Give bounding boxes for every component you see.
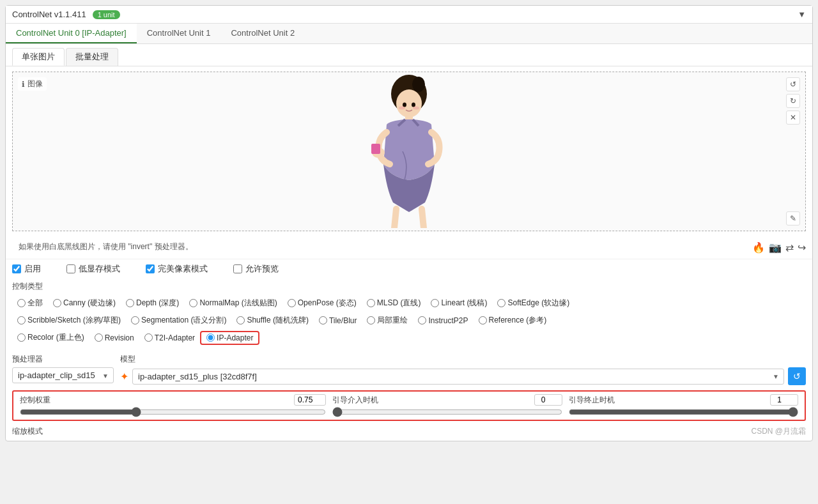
bottom-action-icons: 🔥 📷 ⇄ ↪	[752, 241, 806, 254]
lowvram-label: 低显存模式	[79, 263, 120, 275]
model-refresh-button[interactable]: ↺	[788, 367, 806, 385]
svg-point-1	[396, 89, 422, 118]
image-upload-area[interactable]: ℹ 图像	[12, 72, 806, 231]
redo-button[interactable]: ↻	[786, 94, 800, 108]
control-weight-header: 控制权重	[20, 394, 326, 406]
tab-unit0[interactable]: ControlNet Unit 0 [IP-Adapter]	[6, 24, 137, 43]
info-icon: ℹ	[22, 80, 25, 89]
main-tabs: ControlNet Unit 0 [IP-Adapter] ControlNe…	[6, 24, 812, 44]
image-label-text: 图像	[27, 79, 43, 89]
enable-checkbox[interactable]	[12, 264, 21, 273]
preprocessor-model-row: 预处理器 ip-adapter_clip_sd15 模型 ✦ ip-adapte…	[6, 350, 812, 388]
app-title: ControlNet v1.1.411	[12, 10, 86, 19]
svg-point-2	[412, 77, 425, 92]
close-image-button[interactable]: ✕	[786, 111, 800, 125]
radio-depth[interactable]: Depth (深度)	[121, 296, 184, 310]
guidance-end-label: 引导终止时机	[569, 395, 615, 406]
subtab-batch[interactable]: 批量处理	[66, 48, 118, 66]
radio-normalmap[interactable]: NormalMap (法线贴图)	[184, 296, 282, 310]
watermark-label: CSDN @月流霜	[751, 426, 806, 437]
radio-segmentation[interactable]: Segmentation (语义分割)	[126, 313, 231, 328]
guidance-start-value[interactable]	[534, 394, 562, 406]
control-type-row2: Scribble/Sketch (涂鸦/草图) Segmentation (语义…	[12, 313, 806, 328]
send-left-icon[interactable]: ⇄	[785, 241, 794, 254]
radio-canny[interactable]: Canny (硬边缘)	[48, 296, 121, 310]
guidance-start-slider[interactable]	[332, 407, 562, 417]
preview-label: 允许预览	[245, 263, 279, 275]
send-right-icon[interactable]: ↪	[798, 241, 806, 254]
radio-mlsd[interactable]: MLSD (直线)	[362, 296, 426, 310]
model-label: 模型	[120, 354, 806, 365]
guidance-start-group: 引导介入时机	[332, 394, 562, 417]
image-label: ℹ 图像	[18, 77, 47, 91]
title-bar-left: ControlNet v1.1.411 1 unit	[12, 10, 120, 19]
undo-button[interactable]: ↺	[786, 77, 800, 91]
dropdown-arrow-icon[interactable]: ▼	[798, 10, 806, 19]
radio-shuffle[interactable]: Shuffle (随机洗牌)	[231, 313, 313, 328]
guidance-end-header: 引导终止时机	[569, 394, 798, 406]
control-type-label: 控制类型	[6, 279, 812, 293]
radio-all[interactable]: 全部	[12, 296, 48, 310]
guidance-start-header: 引导介入时机	[332, 394, 562, 406]
model-select-wrapper: ip-adapter_sd15_plus [32cd8f7f]	[132, 369, 784, 385]
radio-openpose[interactable]: OpenPose (姿态)	[282, 296, 362, 310]
preview-checkbox[interactable]	[233, 264, 242, 273]
preprocessor-select-wrapper: ip-adapter_clip_sd15	[12, 367, 114, 383]
guidance-start-label: 引导介入时机	[332, 395, 378, 406]
star-icon: ✦	[120, 370, 128, 383]
control-weight-slider[interactable]	[20, 407, 326, 417]
guidance-end-value[interactable]	[770, 394, 798, 406]
controlnet-panel: ControlNet v1.1.411 1 unit ▼ ControlNet …	[5, 5, 813, 441]
radio-revision[interactable]: Revision	[89, 332, 139, 344]
svg-rect-5	[371, 144, 380, 154]
enable-checkbox-item[interactable]: 启用	[12, 263, 41, 275]
tab-unit2[interactable]: ControlNet Unit 2	[220, 24, 305, 43]
control-types: 全部 Canny (硬边缘) Depth (深度) NormalMap (法线贴…	[6, 293, 812, 350]
radio-instructp2p[interactable]: InstructP2P	[413, 314, 473, 327]
radio-localredo[interactable]: 局部重绘	[362, 313, 413, 328]
zoom-mode-label: 缩放模式	[12, 426, 43, 437]
sliders-row: 控制权重 引导介入时机 引导终止时机	[12, 390, 806, 421]
preview-checkbox-item[interactable]: 允许预览	[233, 263, 279, 275]
perfect-checkbox-item[interactable]: 完美像素模式	[146, 263, 208, 275]
preprocessor-group: 预处理器 ip-adapter_clip_sd15	[12, 354, 114, 385]
radio-recolor[interactable]: Recolor (重上色)	[12, 330, 89, 345]
svg-point-8	[399, 107, 405, 110]
model-select-row: ✦ ip-adapter_sd15_plus [32cd8f7f] ↺	[120, 367, 806, 385]
preprocessor-select[interactable]: ip-adapter_clip_sd15	[12, 367, 114, 383]
subtab-single[interactable]: 单张图片	[12, 48, 65, 66]
sub-tabs: 单张图片 批量处理	[6, 44, 812, 66]
radio-t2iadapter[interactable]: T2I-Adapter	[139, 332, 200, 344]
hint-text: 如果使用白底黑线图片，请使用 "invert" 预处理器。	[12, 239, 199, 256]
model-select[interactable]: ip-adapter_sd15_plus [32cd8f7f]	[132, 369, 784, 385]
guidance-end-slider[interactable]	[569, 407, 798, 417]
control-weight-value[interactable]	[294, 394, 326, 406]
radio-softedge[interactable]: SoftEdge (软边缘)	[492, 296, 575, 310]
model-group: 模型 ✦ ip-adapter_sd15_plus [32cd8f7f] ↺	[120, 354, 806, 385]
control-type-row3: Recolor (重上色) Revision T2I-Adapter IP-Ad…	[12, 330, 806, 345]
radio-scribble[interactable]: Scribble/Sketch (涂鸦/草图)	[12, 313, 126, 328]
svg-point-9	[413, 107, 419, 110]
camera-icon[interactable]: 📷	[769, 241, 782, 254]
uploaded-image	[355, 75, 463, 228]
svg-point-7	[412, 103, 415, 107]
control-weight-group: 控制权重	[20, 394, 326, 417]
radio-lineart[interactable]: Lineart (线稿)	[426, 296, 492, 310]
radio-ipadapter[interactable]: IP-Adapter	[200, 331, 259, 345]
preprocessor-label: 预处理器	[12, 354, 114, 365]
edit-image-button[interactable]: ✎	[786, 211, 800, 225]
unit-badge: 1 unit	[93, 10, 120, 19]
perfect-checkbox[interactable]	[146, 264, 155, 273]
options-row: 启用 低显存模式 完美像素模式 允许预览	[6, 259, 812, 279]
image-ctrl-bottom: ✎	[786, 211, 800, 225]
lowvram-checkbox[interactable]	[66, 264, 75, 273]
bottom-row: 缩放模式 CSDN @月流霜	[6, 424, 812, 441]
fire-icon[interactable]: 🔥	[752, 241, 765, 254]
control-weight-label: 控制权重	[20, 395, 50, 406]
tab-unit1[interactable]: ControlNet Unit 1	[137, 24, 221, 43]
control-type-row1: 全部 Canny (硬边缘) Depth (深度) NormalMap (法线贴…	[12, 296, 806, 310]
perfect-label: 完美像素模式	[158, 263, 208, 275]
lowvram-checkbox-item[interactable]: 低显存模式	[66, 263, 120, 275]
radio-reference[interactable]: Reference (参考)	[474, 313, 552, 328]
radio-tileblur[interactable]: Tile/Blur	[314, 314, 362, 327]
